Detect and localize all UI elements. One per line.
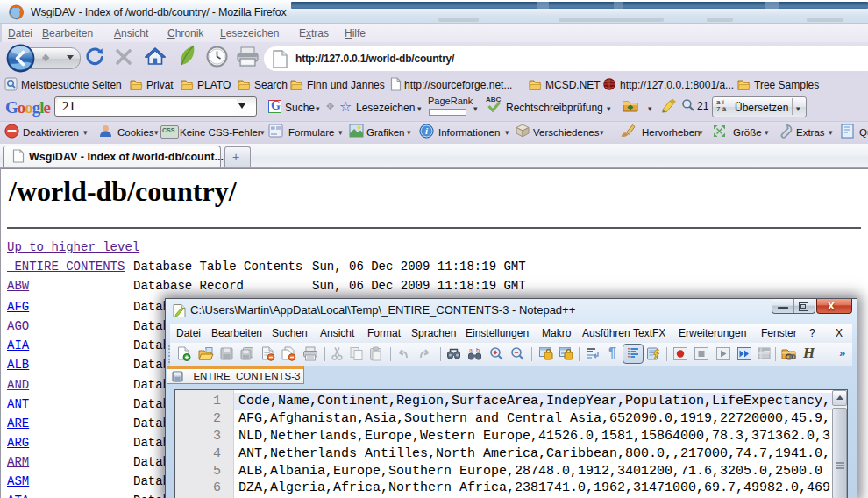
svg-text:b: b — [476, 347, 480, 353]
svg-text:a: a — [469, 347, 473, 353]
